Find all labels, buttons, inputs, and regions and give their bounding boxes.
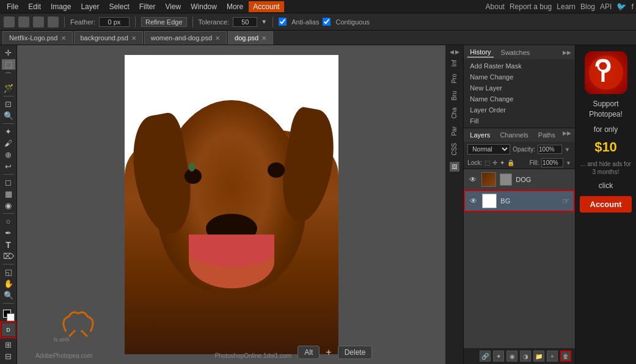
menu-report-bug[interactable]: Report a bug	[510, 2, 552, 11]
tool-crop[interactable]: ⊡	[2, 99, 15, 109]
tab-background-close[interactable]: ✕	[131, 35, 136, 42]
history-item-3[interactable]: Name Change	[464, 93, 575, 104]
delete-button[interactable]: Delete	[338, 346, 373, 359]
paths-tab[interactable]: Paths	[536, 130, 558, 140]
site-link-1[interactable]: AdobePhotopea.com	[35, 352, 92, 359]
tool-bottom-1[interactable]: ⊞	[2, 340, 15, 350]
opacity-input[interactable]	[538, 145, 562, 154]
menu-file[interactable]: File	[2, 1, 23, 12]
tool-pen[interactable]: ✒	[2, 228, 15, 238]
history-tab[interactable]: History	[467, 47, 493, 57]
menu-layer[interactable]: Layer	[76, 1, 103, 12]
contiguous-checkbox[interactable]	[323, 18, 331, 26]
swatches-tab[interactable]: Swatches	[499, 48, 533, 57]
left-arrow-icon[interactable]: ◀	[450, 49, 454, 55]
side-tab-cha[interactable]: Cha	[450, 104, 459, 122]
history-chevron[interactable]: ▶▶	[563, 49, 571, 56]
tab-women-dog-close[interactable]: ✕	[215, 35, 220, 42]
add-mask-button[interactable]: ◉	[506, 351, 517, 362]
add-style-button[interactable]: ✦	[493, 351, 504, 362]
tool-dodge[interactable]: ○	[2, 216, 15, 227]
tool-blur[interactable]: ◉	[2, 200, 15, 211]
canvas-area[interactable]: ls.sinh Alt + Delete AdobePhotopea.com P…	[17, 45, 445, 364]
add-layer-button[interactable]: +	[547, 351, 558, 362]
tool-eyedropper[interactable]: 🔍	[2, 111, 15, 121]
menu-about[interactable]: About	[486, 2, 505, 11]
tolerance-input[interactable]	[233, 17, 257, 27]
layer-bg-visibility[interactable]: 👁	[469, 196, 478, 206]
layer-dog[interactable]: 👁 DOG	[464, 169, 575, 190]
lock-all-icon[interactable]: 🔒	[507, 159, 514, 166]
side-tab-icon[interactable]: 🖼	[450, 162, 459, 172]
tool-move[interactable]: ✛	[2, 48, 15, 58]
menu-filter[interactable]: Filter	[135, 1, 160, 12]
ad-account-button[interactable]: Account	[580, 196, 632, 213]
tool-eraser[interactable]: ◻	[2, 177, 15, 187]
adjustment-button[interactable]: ◑	[520, 351, 531, 362]
menu-view[interactable]: View	[161, 1, 185, 12]
refine-edge-button[interactable]: Refine Edge	[141, 17, 187, 27]
tool-gradient[interactable]: ▦	[2, 189, 15, 199]
side-tab-css[interactable]: CSS	[450, 139, 459, 159]
fill-dropdown-icon[interactable]: ▼	[566, 160, 571, 166]
tool-text[interactable]: T	[2, 239, 15, 250]
menu-image[interactable]: Image	[46, 1, 75, 12]
tool-lasso[interactable]: ⌒	[2, 71, 15, 82]
add-folder-button[interactable]: 📁	[533, 351, 544, 362]
side-tab-pro[interactable]: Pro	[450, 70, 459, 87]
site-link-2[interactable]: PhotoshopOnline.1doi1.com	[214, 352, 291, 359]
lock-pos-icon[interactable]: ✛	[492, 159, 497, 166]
fill-input[interactable]	[541, 158, 563, 167]
history-item-5[interactable]: Fill	[464, 115, 575, 126]
tool-brush[interactable]: 🖌	[2, 138, 15, 148]
layer-bg[interactable]: 👁 BG ☞	[464, 190, 575, 212]
menu-api[interactable]: API	[600, 2, 612, 11]
layer-dog-visibility[interactable]: 👁	[468, 175, 478, 184]
menu-edit[interactable]: Edit	[24, 1, 45, 12]
channels-tab[interactable]: Channels	[497, 130, 530, 140]
right-arrow-icon[interactable]: ▶	[455, 49, 459, 55]
menu-account[interactable]: Account	[249, 1, 283, 12]
blend-mode-select[interactable]: Normal	[467, 144, 510, 155]
side-tab-bru[interactable]: Bru	[450, 87, 459, 104]
layers-tab[interactable]: Layers	[467, 130, 492, 140]
tool-history-brush[interactable]: ↩	[2, 161, 15, 172]
tab-dog[interactable]: dog.psd ✕	[228, 31, 273, 45]
tool-hand[interactable]: ✋	[2, 278, 15, 289]
lock-pixel-icon[interactable]: ⬚	[484, 159, 490, 166]
menu-select[interactable]: Select	[104, 1, 133, 12]
tool-heal[interactable]: ✦	[2, 126, 15, 137]
tool-zoom[interactable]: 🔍	[2, 290, 15, 300]
menu-more[interactable]: More	[222, 1, 247, 12]
tool-stamp[interactable]: ⊕	[2, 150, 15, 160]
link-layers-button[interactable]: 🔗	[480, 351, 491, 362]
tab-background[interactable]: background.psd ✕	[74, 31, 143, 45]
lock-art-icon[interactable]: ✦	[500, 159, 505, 166]
feather-input[interactable]	[99, 17, 130, 27]
tab-women-dog[interactable]: women-and-dog.psd ✕	[144, 31, 227, 45]
opacity-dropdown-icon[interactable]: ▼	[565, 147, 570, 153]
history-item-4[interactable]: Layer Order	[464, 104, 575, 115]
fg-bg-colors[interactable]	[2, 308, 15, 319]
tool-select[interactable]: ⬚	[2, 59, 15, 70]
menu-learn[interactable]: Learn	[557, 2, 576, 11]
tool-magic-wand[interactable]: 🪄	[2, 83, 15, 93]
layers-chevron[interactable]: ▶▶	[563, 130, 571, 140]
tab-netflix-close[interactable]: ✕	[61, 35, 66, 42]
tool-d[interactable]: D	[2, 323, 15, 337]
anti-alias-checkbox[interactable]	[279, 18, 287, 26]
history-item-2[interactable]: New Layer	[464, 82, 575, 93]
side-tab-par[interactable]: Par	[450, 123, 459, 140]
facebook-icon[interactable]: f	[631, 2, 634, 11]
menu-blog[interactable]: Blog	[580, 2, 595, 11]
tool-bottom-2[interactable]: ⊟	[2, 351, 15, 362]
alt-button[interactable]: Alt	[298, 346, 320, 359]
history-item-0[interactable]: Add Raster Mask	[464, 60, 575, 71]
tool-path[interactable]: ⌦	[2, 251, 15, 261]
tolerance-dropdown-icon[interactable]: ▼	[261, 18, 267, 25]
twitter-icon[interactable]: 🐦	[616, 2, 626, 11]
menu-window[interactable]: Window	[186, 1, 221, 12]
tool-shape[interactable]: ◱	[2, 267, 15, 277]
side-tab-inf[interactable]: Inf	[450, 56, 459, 70]
tab-netflix[interactable]: Netflix-Logo.psd ✕	[2, 31, 73, 45]
